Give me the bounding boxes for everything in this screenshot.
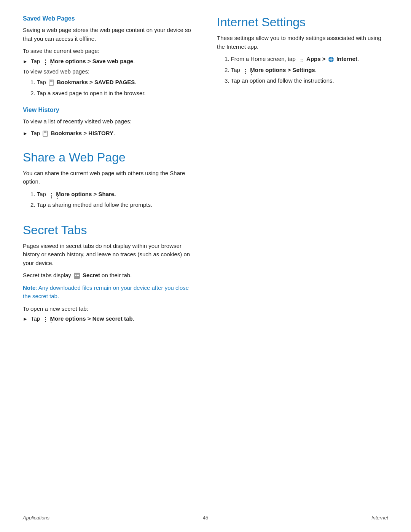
note-label: Note [23,284,35,291]
more-options-icon-3: ⋮ [42,316,48,322]
history-bullet-text: Tap Bookmarks > HISTORY. [31,130,115,137]
more-options-icon-1: ⋮ [42,59,48,64]
view-history-subtitle: View History [23,107,194,113]
secret-tabs-title: Secret Tabs [23,223,194,237]
view-step-2: Tap a saved page to open it in the brows… [23,89,194,98]
bullet-triangle-icon-3: ► [23,316,28,322]
saved-web-pages-description: Saving a web page stores the web page co… [23,26,194,43]
bullet-triangle-icon: ► [23,59,28,64]
svg-rect-1 [50,80,53,82]
secret-tabs-description: Pages viewed in secret tabs do not displ… [23,242,194,268]
internet-step-2: Tap ⋮ More options > Settings. [217,66,388,75]
bullet-triangle-icon-2: ► [23,131,28,136]
internet-settings-list: From a Home screen, tap Apps > Internet.… [217,55,388,85]
save-bullet-item: ► Tap ⋮ More options > Save web page. [23,58,194,64]
share-web-page-section: Share a Web Page You can share the curre… [23,150,194,209]
share-web-page-description: You can share the current web page with … [23,169,194,186]
svg-rect-6 [77,275,79,276]
to-open-label: To open a new secret tab: [23,305,194,313]
share-step-2: Tap a sharing method and follow the prom… [23,201,194,209]
more-options-icon-4: ⋮ [242,68,248,73]
share-web-page-title: Share a Web Page [23,150,194,165]
internet-step-1: From a Home screen, tap Apps > Internet. [217,55,388,64]
view-saved-pages-list: Tap Bookmarks > SAVED PAGES. Tap a saved… [23,78,194,97]
to-save-label: To save the current web page: [23,47,194,56]
saved-web-pages-subtitle: Saved Web Pages [23,15,194,22]
view-history-section: View History To view a list of recently … [23,107,194,137]
view-step-1: Tap Bookmarks > SAVED PAGES. [23,78,194,87]
internet-settings-title: Internet Settings [217,15,388,29]
internet-step-3: Tap an option and follow the instruction… [217,77,388,85]
page-container: Saved Web Pages Saving a web page stores… [0,0,411,532]
secret-tabs-display: Secret tabs display Secret on their tab. [23,271,194,280]
svg-rect-3 [44,131,46,133]
apps-icon [298,56,304,62]
internet-icon [328,56,334,62]
internet-settings-description: These settings allow you to modify setti… [217,34,388,51]
secret-tab-bullet-text: Tap ⋮ More options > New secret tab. [31,315,134,322]
to-view-label: To view saved web pages: [23,67,194,76]
two-column-layout: Saved Web Pages Saving a web page stores… [23,15,388,331]
right-column: Internet Settings These settings allow y… [217,15,388,331]
internet-settings-section: Internet Settings These settings allow y… [217,15,388,85]
bookmarks-icon-2 [42,131,48,137]
svg-rect-4 [74,273,80,279]
share-step-1: Tap ⋮ More options > Share. [23,190,194,199]
left-column: Saved Web Pages Saving a web page stores… [23,15,194,331]
secret-icon [73,272,80,279]
view-history-description: To view a list of recently visited web p… [23,117,194,126]
save-bullet-text: Tap ⋮ More options > Save web page. [31,58,135,64]
share-steps-list: Tap ⋮ More options > Share. Tap a sharin… [23,190,194,209]
history-bullet-item: ► Tap Bookmarks > HISTORY. [23,130,194,137]
secret-tab-bullet: ► Tap ⋮ More options > New secret tab. [23,315,194,322]
saved-web-pages-section: Saved Web Pages Saving a web page stores… [23,15,194,97]
bookmarks-icon-1 [48,80,54,86]
footer-left: Applications [23,515,49,521]
footer-right: Internet [371,515,388,521]
secret-tabs-note: Note: Any downloaded files remain on you… [23,284,194,301]
footer-center: 45 [203,515,208,521]
more-options-icon-2: ⋮ [48,192,54,197]
secret-tabs-section: Secret Tabs Pages viewed in secret tabs … [23,223,194,322]
svg-rect-5 [75,275,76,276]
